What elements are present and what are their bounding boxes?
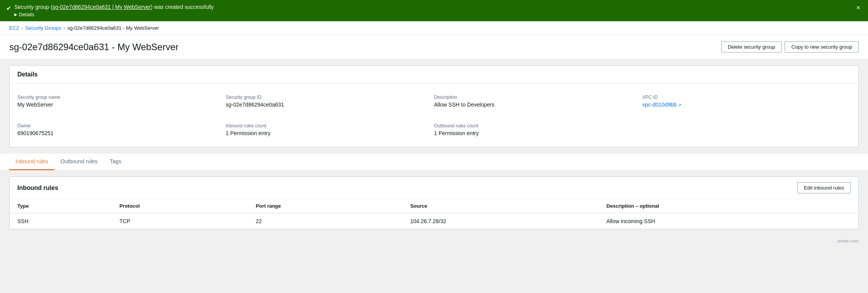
tabs-bar: Inbound rules Outbound rules Tags: [0, 154, 868, 170]
page-title: sg-02e7d86294ce0a631 - My WebServer: [9, 42, 179, 53]
sg-id-cell: Security group ID sg-02e7d86294ce0a631: [226, 90, 434, 112]
description-cell: Description Allow SSH to Developers: [434, 90, 643, 112]
breadcrumb-sep-2: ›: [64, 25, 65, 31]
copy-to-new-security-group-button[interactable]: Copy to new security group: [785, 41, 859, 53]
inbound-count-label: Inbound rules count: [226, 123, 426, 129]
breadcrumb-sep-1: ›: [21, 25, 23, 31]
col-protocol: Protocol: [112, 199, 248, 213]
outbound-count-label: Outbound rules count: [434, 123, 635, 129]
header-actions: Delete security group Copy to new securi…: [721, 41, 859, 53]
success-message: Security group (sg-02e7d86294ce0a631 | M…: [14, 4, 214, 17]
delete-security-group-button[interactable]: Delete security group: [721, 41, 782, 53]
description-value: Allow SSH to Developers: [434, 102, 635, 108]
inbound-rules-card: Inbound rules Edit inbound rules Type Pr…: [9, 176, 859, 229]
page-header: sg-02e7d86294ce0a631 - My WebServer Dele…: [0, 35, 868, 59]
table-row: SSH TCP 22 104.26.7.28/32 Allow incoming…: [10, 213, 858, 229]
col-type: Type: [10, 199, 112, 213]
success-text: Security group (sg-02e7d86294ce0a631 | M…: [14, 4, 214, 10]
details-section-title: Details: [10, 66, 858, 84]
breadcrumb-security-groups-link[interactable]: Security Groups: [25, 25, 61, 31]
inbound-rules-table: Type Protocol Port range Source Descript…: [10, 199, 858, 229]
success-check-icon: ✔: [6, 5, 11, 12]
col-source: Source: [403, 199, 599, 213]
inbound-count-cell: Inbound rules count 1 Permission entry: [226, 119, 434, 141]
breadcrumb-ec2-link[interactable]: EC2: [9, 25, 19, 31]
table-header-row: Type Protocol Port range Source Descript…: [10, 199, 858, 213]
details-card: Details Security group name My WebServer…: [9, 65, 859, 147]
owner-cell: Owner 690190675251: [17, 119, 226, 141]
description-label: Description: [434, 95, 635, 100]
sg-name-cell: Security group name My WebServer: [17, 90, 226, 112]
cell-protocol: TCP: [112, 213, 248, 229]
tab-inbound-rules[interactable]: Inbound rules: [9, 154, 54, 170]
details-toggle[interactable]: ▶ Details: [14, 12, 214, 17]
breadcrumb-current: sg-02e7d86294ce0a631 - My WebServer: [68, 25, 159, 31]
col-port-range: Port range: [248, 199, 403, 213]
sg-name-label: Security group name: [17, 95, 218, 100]
details-grid-row2: Owner 690190675251 Inbound rules count 1…: [10, 119, 858, 147]
owner-label: Owner: [17, 123, 218, 129]
footer-watermark: wsxdn.com: [838, 239, 859, 243]
details-toggle-label: Details: [19, 12, 34, 17]
inbound-count-value: 1 Permission entry: [226, 130, 426, 136]
edit-inbound-rules-button[interactable]: Edit inbound rules: [797, 182, 851, 193]
owner-value: 690190675251: [17, 130, 218, 136]
cell-port-range: 22: [248, 213, 403, 229]
close-banner-button[interactable]: ×: [854, 4, 862, 12]
vpc-id-cell: VPC ID vpc-d010d9bb: [642, 90, 851, 112]
footer: wsxdn.com: [0, 235, 868, 246]
cell-type: SSH: [10, 213, 112, 229]
inbound-rules-table-container: Type Protocol Port range Source Descript…: [10, 199, 858, 229]
details-grid-row1: Security group name My WebServer Securit…: [10, 84, 858, 119]
cell-description: Allow incoming SSH: [599, 213, 858, 229]
tab-outbound-rules[interactable]: Outbound rules: [54, 154, 104, 170]
vpc-id-value: vpc-d010d9bb: [642, 102, 843, 108]
success-banner: ✔ Security group (sg-02e7d86294ce0a631 |…: [0, 0, 868, 21]
outbound-count-value: 1 Permission entry: [434, 130, 635, 136]
tab-tags[interactable]: Tags: [104, 154, 128, 170]
empty-cell: [642, 119, 851, 141]
inbound-rules-header: Inbound rules Edit inbound rules: [10, 177, 858, 199]
success-banner-content: ✔ Security group (sg-02e7d86294ce0a631 |…: [6, 4, 214, 17]
sg-name-value: My WebServer: [17, 102, 218, 108]
sg-id-label: Security group ID: [226, 95, 426, 100]
cell-source: 104.26.7.28/32: [403, 213, 599, 229]
outbound-count-cell: Outbound rules count 1 Permission entry: [434, 119, 643, 141]
sg-id-value: sg-02e7d86294ce0a631: [226, 102, 426, 108]
col-description: Description – optional: [599, 199, 858, 213]
security-group-link[interactable]: sg-02e7d86294ce0a631 | My WebServer: [52, 4, 151, 10]
vpc-id-link[interactable]: vpc-d010d9bb: [642, 102, 681, 108]
inbound-rules-title: Inbound rules: [17, 185, 58, 191]
chevron-right-icon: ▶: [14, 12, 17, 17]
vpc-id-label: VPC ID: [642, 95, 843, 100]
breadcrumb: EC2 › Security Groups › sg-02e7d86294ce0…: [0, 21, 868, 35]
